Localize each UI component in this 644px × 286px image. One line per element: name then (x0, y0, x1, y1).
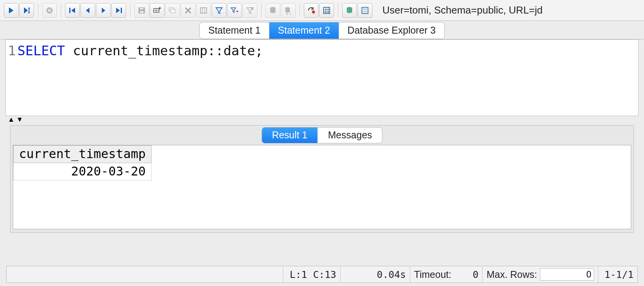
save-icon (134, 3, 149, 18)
sql-editor-panel: 1 SELECT current_timestamp::date; (5, 39, 639, 116)
maxrows-cell: Max. Rows: (483, 266, 598, 283)
result-grid[interactable]: current_timestamp 2020-03-20 (13, 145, 152, 180)
sql-code[interactable]: SELECT current_timestamp::date; (17, 40, 265, 116)
clear-filter-icon (243, 3, 257, 18)
status-bar: L:1 C:13 0.04s Timeout: 0 Max. Rows: 1-1… (6, 266, 638, 283)
result-grid-wrap: current_timestamp 2020-03-20 (13, 145, 631, 229)
maxrows-label: Max. Rows: (486, 269, 537, 280)
result-tab-1[interactable]: Messages (318, 128, 382, 143)
splitter-down-icon[interactable]: ▼ (15, 116, 24, 124)
results-panel: Result 1Messages current_timestamp 2020-… (10, 125, 634, 233)
table-row[interactable]: 2020-03-20 (14, 163, 152, 180)
prev-record-icon[interactable] (80, 3, 95, 18)
maxrows-input[interactable] (540, 268, 594, 281)
line-gutter: 1 (6, 40, 17, 116)
copy-row-icon (165, 3, 180, 18)
result-tabs-bar: Result 1Messages (10, 126, 634, 143)
elapsed-time: 0.04s (341, 266, 410, 283)
splitter-up-icon[interactable]: ▲ (7, 116, 15, 124)
filter-dropdown-icon[interactable] (227, 3, 242, 18)
reconnect-icon[interactable] (304, 3, 319, 18)
db-storage-icon[interactable] (342, 3, 357, 18)
sql-editor[interactable]: 1 SELECT current_timestamp::date; (6, 40, 638, 116)
insert-row-icon[interactable] (150, 3, 164, 18)
delete-row-icon (181, 3, 195, 18)
columns-icon (196, 3, 211, 18)
last-record-icon[interactable] (111, 3, 126, 18)
editor-tabs-bar: Statement 1Statement 2Database Explorer … (0, 21, 644, 39)
editor-tab-0[interactable]: Statement 1 (200, 22, 269, 39)
sql-keyword: SELECT (17, 43, 65, 58)
run-to-cursor-icon[interactable] (19, 3, 34, 18)
result-tab-0[interactable]: Result 1 (262, 128, 318, 143)
timeout-label: Timeout: (414, 269, 451, 280)
status-blank (7, 266, 283, 283)
next-record-icon[interactable] (96, 3, 111, 18)
filter-icon[interactable] (212, 3, 226, 18)
editor-tab-2[interactable]: Database Explorer 3 (339, 22, 444, 39)
editor-tab-1[interactable]: Statement 2 (269, 22, 339, 39)
form-view-icon[interactable] (358, 3, 372, 18)
cursor-position: L:1 C:13 (283, 266, 340, 283)
column-header[interactable]: current_timestamp (14, 146, 152, 163)
timeout-value: 0 (451, 269, 478, 280)
cell[interactable]: 2020-03-20 (14, 163, 152, 180)
main-toolbar: User=tomi, Schema=public, URL=jd (0, 0, 644, 21)
splitter: ▲ ▼ (0, 116, 644, 123)
sql-text: current_timestamp::date; (65, 43, 263, 58)
run-icon[interactable] (4, 3, 19, 18)
connection-info: User=tomi, Schema=public, URL=jd (375, 4, 642, 16)
row-range: 1-1/1 (598, 266, 637, 283)
grid-settings-icon[interactable] (319, 3, 334, 18)
timeout-cell: Timeout: 0 (410, 266, 483, 283)
first-record-icon[interactable] (65, 3, 80, 18)
db-refresh-icon (281, 3, 296, 18)
db-icon (265, 3, 280, 18)
stop-icon (42, 3, 57, 18)
